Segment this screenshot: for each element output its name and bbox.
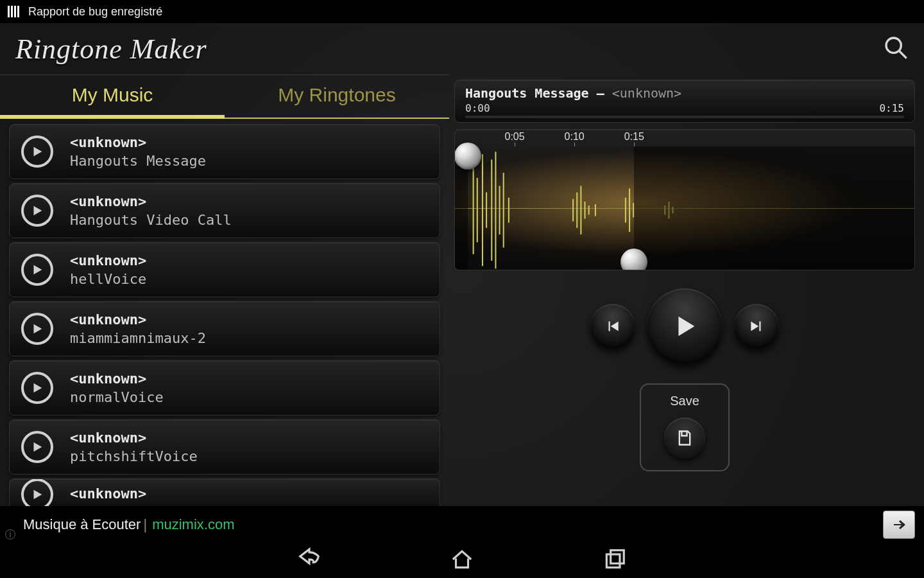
play-icon[interactable] — [21, 136, 53, 168]
list-item[interactable]: <unknown> pitchshiftVoice — [9, 419, 440, 475]
title-bar: Ringtone Maker — [0, 23, 924, 74]
total-time: 0:15 — [879, 102, 904, 114]
playback-controls — [454, 288, 915, 364]
home-icon[interactable] — [450, 547, 474, 574]
play-icon[interactable] — [21, 254, 53, 286]
track-title: miammiamnimaux-2 — [70, 330, 206, 346]
tabs: My Music My Ringtones — [0, 75, 449, 119]
progress-bar[interactable] — [465, 116, 904, 118]
app-window: Ringtone Maker My Music My Ringtones <un… — [0, 23, 924, 523]
recent-apps-icon[interactable] — [603, 547, 627, 574]
save-label: Save — [670, 394, 699, 408]
tab-my-ringtones[interactable]: My Ringtones — [225, 75, 449, 119]
ad-info-icon[interactable]: i — [5, 529, 15, 539]
next-button[interactable] — [734, 304, 779, 349]
elapsed-time: 0:00 — [465, 102, 490, 114]
content-area: My Music My Ringtones <unknown> Hangouts… — [0, 74, 924, 523]
track-list[interactable]: <unknown> Hangouts Message <unknown> Han… — [0, 119, 449, 523]
play-icon[interactable] — [21, 372, 53, 404]
selection-start-handle[interactable] — [454, 143, 481, 170]
tab-my-music[interactable]: My Music — [0, 75, 225, 119]
play-icon[interactable] — [21, 195, 53, 227]
svg-rect-23 — [606, 554, 620, 568]
play-icon[interactable] — [21, 431, 53, 463]
track-artist: <unknown> — [70, 193, 232, 209]
track-artist: <unknown> — [70, 311, 206, 328]
track-title: pitchshiftVoice — [70, 448, 198, 464]
status-icon — [8, 6, 19, 17]
prev-button[interactable] — [590, 304, 635, 349]
left-panel: My Music My Ringtones <unknown> Hangouts… — [0, 74, 449, 523]
track-artist: <unknown> — [70, 430, 198, 446]
selection-end-handle[interactable] — [620, 249, 647, 270]
svg-point-0 — [886, 38, 901, 53]
android-nav-bar — [0, 543, 924, 578]
status-text: Rapport de bug enregistré — [28, 5, 162, 19]
android-status-bar: Rapport de bug enregistré — [0, 0, 924, 23]
svg-rect-24 — [611, 550, 624, 564]
ad-banner[interactable]: i Musique à Ecouter | muzimix.com — [0, 506, 924, 543]
list-item[interactable]: <unknown> Hangouts Message — [9, 124, 440, 179]
now-playing-title: Hangouts Message – <unknown> — [465, 85, 904, 101]
save-panel: Save — [640, 383, 730, 471]
track-artist: <unknown> — [70, 486, 146, 502]
track-artist: <unknown> — [70, 371, 164, 387]
svg-line-1 — [899, 51, 907, 58]
waveform-panel[interactable]: 0:05 0:10 0:15 — [454, 129, 915, 270]
back-icon[interactable] — [297, 547, 321, 574]
track-title: Hangouts Video Call — [70, 212, 232, 228]
save-icon — [676, 429, 694, 447]
list-item[interactable]: <unknown> miammiamnimaux-2 — [9, 301, 440, 356]
list-item[interactable]: <unknown> hellVoice — [9, 242, 440, 297]
time-ruler: 0:05 0:10 0:15 — [455, 130, 914, 146]
list-item[interactable]: <unknown> normalVoice — [9, 360, 440, 416]
play-icon[interactable] — [21, 313, 53, 345]
now-playing-bar: Hangouts Message – <unknown> 0:00 0:15 — [454, 80, 915, 123]
ad-link[interactable]: muzimix.com — [152, 516, 234, 533]
track-title: hellVoice — [70, 271, 146, 287]
track-artist: <unknown> — [70, 134, 206, 150]
app-title: Ringtone Maker — [15, 33, 207, 66]
right-panel: Hangouts Message – <unknown> 0:00 0:15 0… — [449, 74, 924, 523]
waveform-area[interactable] — [455, 146, 914, 270]
search-icon[interactable] — [883, 35, 909, 63]
track-artist: <unknown> — [70, 252, 146, 268]
track-title: Hangouts Message — [70, 153, 206, 169]
save-button[interactable] — [664, 417, 705, 459]
ad-text: Musique à Ecouter — [23, 516, 141, 533]
list-item[interactable]: <unknown> Hangouts Video Call — [9, 183, 440, 238]
track-title: normalVoice — [70, 389, 164, 405]
play-button[interactable] — [647, 288, 723, 364]
ad-forward-button[interactable] — [883, 511, 915, 539]
